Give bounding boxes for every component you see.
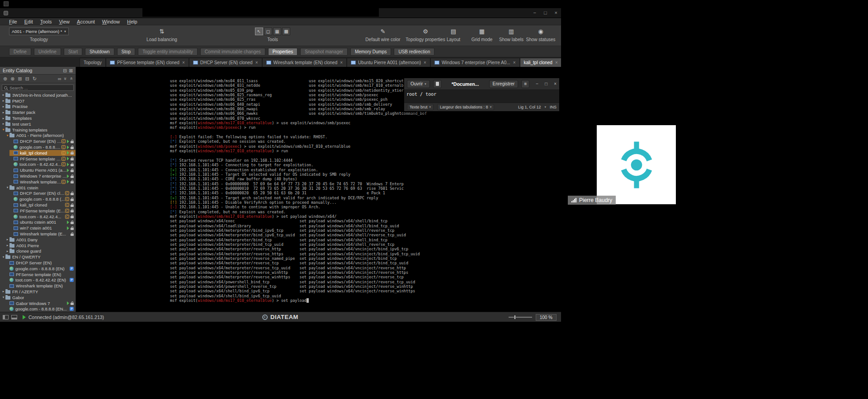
link-icon[interactable]: ∞	[58, 76, 61, 81]
pan-tool-icon[interactable]: ◻	[264, 28, 272, 35]
tab-close-icon[interactable]: ×	[182, 60, 185, 65]
add-item-icon[interactable]: ⊕	[3, 76, 7, 82]
menu-item-account[interactable]: Account	[73, 19, 99, 24]
tree-item-google-com-8-8-8-8-en[interactable]: google.com - 8.8.8.8 (EN...P	[0, 306, 75, 312]
expand-icon[interactable]: ▸	[1, 290, 5, 293]
define-button[interactable]: Define	[9, 48, 31, 56]
tree-item-a001-dany[interactable]: ▸A001 Dany	[0, 237, 75, 243]
tree-item-dhcp-server-en-cloned[interactable]: DHCP Server (EN) clonedC	[0, 138, 75, 144]
editor-close-button[interactable]: ×	[554, 81, 557, 86]
tab-windows-7-enterprise-pierre-a0[interactable]: Windows 7 enterprise (Pierre A0...×	[430, 58, 520, 67]
collapse-icon[interactable]: ▾	[5, 134, 9, 137]
delete-item-icon[interactable]: ⊗	[10, 76, 14, 82]
shutdown-button[interactable]: Shutdown	[85, 48, 114, 56]
tab-topology[interactable]: Topology	[80, 58, 106, 67]
menu-item-window[interactable]: Window	[99, 19, 123, 24]
tree-item-a001-pierre-afternoon[interactable]: ▾A001 - Pierre (afternoon)	[0, 133, 75, 139]
close-panel-icon[interactable]: ⊠	[69, 68, 73, 73]
window-titlebar[interactable]: − □ ×	[0, 8, 561, 18]
collapse-icon[interactable]: ▾	[1, 128, 5, 131]
minimize-button[interactable]: −	[533, 9, 536, 16]
tree-item-pmo7[interactable]: ▸PMO7	[0, 98, 75, 104]
copy-item-icon[interactable]: ⊞	[18, 76, 22, 82]
tree-item-google-com-8-8-8-8[interactable]: google.com - 8.8.8.8 (...C	[0, 144, 75, 150]
tree-item-kali-tpl-cloned[interactable]: kali_tpl clonedC	[0, 202, 75, 208]
select-tool-icon[interactable]: ↖	[255, 28, 263, 35]
labels-icon[interactable]: ▥	[509, 28, 514, 35]
expand-icon[interactable]: ▸	[5, 244, 9, 247]
tree-item-ubuntu-cstein-a001[interactable]: ubuntu cstein a001	[0, 220, 75, 225]
tree-item-wireshark-template-e[interactable]: Wireshark template (E...	[0, 231, 75, 237]
new-document-button[interactable]	[433, 80, 442, 88]
console-toggle-icon[interactable]	[11, 315, 17, 319]
tree-item-win7-cstein-a001[interactable]: win7 cstein a001	[0, 225, 75, 231]
tree-item-toot-com-8-42-42-42-en[interactable]: toot.com - 8.42.42.42 (EN)P	[0, 277, 75, 283]
tree-item-toot-com-8-42-42-4[interactable]: toot.com - 8.42.42.4...C	[0, 214, 75, 220]
collapse-icon[interactable]: ▾	[1, 296, 5, 299]
tree-item-training-templates[interactable]: ▾Training templates	[0, 127, 75, 133]
editor-text-area[interactable]: root / toor	[404, 90, 559, 103]
tab-ubuntu-pierre-a001-afternoon[interactable]: Ubuntu Pierre A001 (afternoon)×	[347, 58, 430, 67]
expand-icon[interactable]: ▸	[1, 105, 5, 108]
usb-redirection-button[interactable]: USB redirection	[394, 48, 434, 56]
menu-item-view[interactable]: View	[55, 19, 73, 24]
editor-titlebar[interactable]: Ouvrir ▾ *Documen... Enregistrer ≡ − □ ×	[404, 78, 559, 90]
tree-item-en-qwerty[interactable]: ▾EN / QWERTY	[0, 254, 75, 260]
tree-item-ubuntu-pierre-a001-afte[interactable]: Ubuntu Pierre A001 (afte...	[0, 167, 75, 173]
maximize-button[interactable]: □	[544, 9, 547, 16]
close-button[interactable]: ×	[555, 9, 557, 16]
tab-close-icon[interactable]: ×	[340, 60, 343, 65]
menu-item-help[interactable]: Help	[123, 19, 141, 24]
tree-item-test-user1[interactable]: ▸test user1	[0, 121, 75, 127]
expand-icon[interactable]: ▸	[1, 93, 5, 97]
remove-item-icon[interactable]: ⊟	[25, 76, 29, 82]
zoom-slider-handle[interactable]	[514, 315, 516, 319]
toggle-entity-immutability-button[interactable]: Toggle entity immutability	[138, 48, 198, 56]
tree-item-clonee-guard[interactable]: ▸clonee guard	[0, 249, 75, 254]
tree-item-wireshark-template-en[interactable]: Wireshark template (EN)	[0, 283, 75, 289]
undock-panel-icon[interactable]: ⊟	[63, 68, 66, 73]
tree-item-google-com-8-8-8-8[interactable]: google.com - 8.8.8.8 (...C	[0, 196, 75, 202]
tab-close-icon[interactable]: ×	[424, 60, 426, 65]
stop-button[interactable]: Stop	[117, 48, 136, 56]
zoom-level[interactable]: 100 %	[536, 314, 557, 321]
expand-icon[interactable]: ▸	[1, 122, 5, 126]
tree-item-starter-pack[interactable]: ▸Starter pack	[0, 109, 75, 115]
panel-toggle-icon[interactable]	[3, 315, 9, 319]
tree-item-pfsense-template-en[interactable]: PFSense template (EN...C	[0, 208, 75, 214]
tree-item-a001-cstein[interactable]: ▾a001 cstein	[0, 185, 75, 191]
tree-item-google-com-8-8-8-8-en[interactable]: google.com - 8.8.8.8 (EN)P	[0, 266, 75, 272]
tab-close-icon[interactable]: ×	[555, 60, 558, 65]
session-selector[interactable]: A001 - Pierre (afternoon) * ▾	[9, 28, 69, 35]
zoom-slider[interactable]	[509, 317, 532, 318]
tree-item-fr-azerty[interactable]: ▸FR / AZERTY	[0, 289, 75, 295]
collapse-icon[interactable]: ▾	[5, 186, 9, 189]
tree-item-wireshark-template-e[interactable]: Wireshark template (E...C	[0, 179, 75, 185]
commit-immutable-changes-button[interactable]: Commit immutable changes	[200, 48, 265, 56]
statuses-icon[interactable]: ◉	[538, 28, 543, 35]
expand-icon[interactable]: ▸	[5, 249, 9, 253]
collapse-all-icon[interactable]: »	[63, 77, 68, 80]
tab-wireshark-template-en-cloned[interactable]: Wireshark template (EN) cloned×	[262, 58, 347, 67]
grid-icon[interactable]: ▦	[479, 28, 485, 35]
search-input[interactable]: Search ...	[2, 84, 74, 91]
refresh-icon[interactable]: ↻	[33, 76, 37, 82]
save-button[interactable]: Enregistrer	[489, 80, 519, 88]
expand-icon[interactable]: ▸	[5, 238, 9, 241]
tree-item-3w1hns-in-hns-cloned-jonathan-w[interactable]: ▸3W1hns-in-hns cloned jonathan.w...	[0, 92, 75, 98]
tree-item-pfsense-template-en[interactable]: PFSense template (EN...C	[0, 156, 75, 162]
memory-dumps-button[interactable]: Memory Dumps	[350, 48, 392, 56]
tab-close-icon[interactable]: ×	[255, 60, 258, 65]
tab-pfsense-template-en-cloned[interactable]: PFSense template (EN) cloned×	[106, 58, 189, 67]
expand-icon[interactable]: ▸	[1, 111, 5, 114]
expand-icon[interactable]: ▸	[1, 99, 5, 103]
layout-icon[interactable]: ▤	[451, 28, 456, 35]
properties-gear-icon[interactable]: ⚙	[423, 28, 428, 35]
tree-item-dhcp-server-en-cloned[interactable]: DHCP Server (EN) clonedC	[0, 191, 75, 197]
open-button[interactable]: Ouvrir ▾	[407, 80, 430, 88]
tree-item-templates[interactable]: ▸Templates	[0, 115, 75, 121]
tab-dhcp-server-en-cloned[interactable]: DHCP Server (EN) cloned×	[189, 58, 262, 67]
load-balancing-icon[interactable]: ⇅	[160, 28, 165, 35]
tree-item-gabor[interactable]: ▾Gabor	[0, 295, 75, 300]
tree-item-toot-com-8-42-42-4[interactable]: toot.com - 8.42.42.4...C	[0, 162, 75, 168]
